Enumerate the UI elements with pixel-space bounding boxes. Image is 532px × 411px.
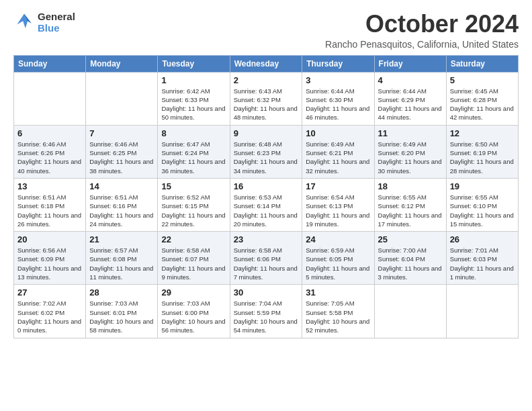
day-info: Sunrise: 6:46 AM Sunset: 6:25 PM Dayligh… — [89, 140, 154, 175]
table-row: 31Sunrise: 7:05 AM Sunset: 5:58 PM Dayli… — [302, 285, 374, 338]
day-info: Sunrise: 6:53 AM Sunset: 6:14 PM Dayligh… — [234, 193, 299, 228]
header: General Blue October 2024 Rancho Penasqu… — [13, 11, 519, 50]
day-info: Sunrise: 6:50 AM Sunset: 6:19 PM Dayligh… — [450, 140, 515, 175]
table-row: 27Sunrise: 7:02 AM Sunset: 6:02 PM Dayli… — [14, 285, 86, 338]
table-row: 6Sunrise: 6:46 AM Sunset: 6:26 PM Daylig… — [14, 125, 86, 178]
day-number: 21 — [89, 234, 154, 244]
day-number: 5 — [450, 75, 515, 85]
day-info: Sunrise: 6:59 AM Sunset: 6:05 PM Dayligh… — [306, 246, 370, 281]
col-saturday: Saturday — [446, 55, 518, 72]
day-number: 11 — [378, 128, 443, 138]
title-block: October 2024 Rancho Penasquitos, Califor… — [325, 11, 519, 50]
day-info: Sunrise: 6:56 AM Sunset: 6:09 PM Dayligh… — [17, 246, 82, 281]
calendar-week-3: 13Sunrise: 6:51 AM Sunset: 6:18 PM Dayli… — [14, 178, 519, 231]
col-monday: Monday — [86, 55, 158, 72]
table-row: 13Sunrise: 6:51 AM Sunset: 6:18 PM Dayli… — [14, 178, 86, 231]
day-info: Sunrise: 7:03 AM Sunset: 6:01 PM Dayligh… — [89, 299, 154, 334]
month-title: October 2024 — [325, 11, 519, 38]
day-number: 18 — [378, 181, 443, 191]
day-number: 22 — [161, 234, 226, 244]
col-friday: Friday — [374, 55, 446, 72]
table-row: 11Sunrise: 6:49 AM Sunset: 6:20 PM Dayli… — [374, 125, 446, 178]
table-row: 16Sunrise: 6:53 AM Sunset: 6:14 PM Dayli… — [230, 178, 302, 231]
table-row: 4Sunrise: 6:44 AM Sunset: 6:29 PM Daylig… — [374, 72, 446, 125]
table-row: 26Sunrise: 7:01 AM Sunset: 6:03 PM Dayli… — [446, 232, 518, 285]
day-number: 3 — [306, 75, 370, 85]
day-info: Sunrise: 7:01 AM Sunset: 6:03 PM Dayligh… — [450, 246, 515, 281]
day-info: Sunrise: 7:00 AM Sunset: 6:04 PM Dayligh… — [378, 246, 443, 281]
day-info: Sunrise: 7:05 AM Sunset: 5:58 PM Dayligh… — [306, 299, 370, 334]
day-info: Sunrise: 6:57 AM Sunset: 6:08 PM Dayligh… — [89, 246, 154, 281]
logo: General Blue — [13, 11, 75, 34]
table-row: 17Sunrise: 6:54 AM Sunset: 6:13 PM Dayli… — [302, 178, 374, 231]
day-info: Sunrise: 6:48 AM Sunset: 6:23 PM Dayligh… — [234, 140, 299, 175]
day-number: 19 — [450, 181, 515, 191]
day-info: Sunrise: 6:46 AM Sunset: 6:26 PM Dayligh… — [17, 140, 82, 175]
day-info: Sunrise: 6:44 AM Sunset: 6:30 PM Dayligh… — [306, 87, 370, 122]
day-info: Sunrise: 6:52 AM Sunset: 6:15 PM Dayligh… — [161, 193, 226, 228]
day-number: 14 — [89, 181, 154, 191]
day-number: 10 — [306, 128, 370, 138]
day-info: Sunrise: 6:55 AM Sunset: 6:12 PM Dayligh… — [378, 193, 443, 228]
calendar-week-1: 1Sunrise: 6:42 AM Sunset: 6:33 PM Daylig… — [14, 72, 519, 125]
table-row: 29Sunrise: 7:03 AM Sunset: 6:00 PM Dayli… — [158, 285, 230, 338]
day-number: 6 — [17, 128, 82, 138]
logo-icon — [13, 11, 35, 33]
day-info: Sunrise: 6:47 AM Sunset: 6:24 PM Dayligh… — [161, 140, 226, 175]
calendar-week-2: 6Sunrise: 6:46 AM Sunset: 6:26 PM Daylig… — [14, 125, 519, 178]
day-number: 9 — [234, 128, 299, 138]
calendar: Sunday Monday Tuesday Wednesday Thursday… — [13, 55, 519, 338]
day-number: 20 — [17, 234, 82, 244]
day-number: 12 — [450, 128, 515, 138]
table-row: 9Sunrise: 6:48 AM Sunset: 6:23 PM Daylig… — [230, 125, 302, 178]
day-number: 1 — [161, 75, 226, 85]
table-row: 21Sunrise: 6:57 AM Sunset: 6:08 PM Dayli… — [86, 232, 158, 285]
day-number: 8 — [161, 128, 226, 138]
table-row — [86, 72, 158, 125]
table-row — [446, 285, 518, 338]
day-info: Sunrise: 6:43 AM Sunset: 6:32 PM Dayligh… — [234, 87, 299, 122]
day-info: Sunrise: 7:02 AM Sunset: 6:02 PM Dayligh… — [17, 299, 82, 334]
table-row: 30Sunrise: 7:04 AM Sunset: 5:59 PM Dayli… — [230, 285, 302, 338]
table-row: 2Sunrise: 6:43 AM Sunset: 6:32 PM Daylig… — [230, 72, 302, 125]
calendar-week-5: 27Sunrise: 7:02 AM Sunset: 6:02 PM Dayli… — [14, 285, 519, 338]
day-number: 15 — [161, 181, 226, 191]
day-info: Sunrise: 6:49 AM Sunset: 6:20 PM Dayligh… — [378, 140, 443, 175]
day-number: 16 — [234, 181, 299, 191]
day-info: Sunrise: 6:45 AM Sunset: 6:28 PM Dayligh… — [450, 87, 515, 122]
table-row: 23Sunrise: 6:58 AM Sunset: 6:06 PM Dayli… — [230, 232, 302, 285]
table-row: 14Sunrise: 6:51 AM Sunset: 6:16 PM Dayli… — [86, 178, 158, 231]
day-number: 25 — [378, 234, 443, 244]
day-number: 13 — [17, 181, 82, 191]
day-info: Sunrise: 6:54 AM Sunset: 6:13 PM Dayligh… — [306, 193, 370, 228]
day-info: Sunrise: 7:03 AM Sunset: 6:00 PM Dayligh… — [161, 299, 226, 334]
table-row: 20Sunrise: 6:56 AM Sunset: 6:09 PM Dayli… — [14, 232, 86, 285]
day-number: 30 — [234, 287, 299, 298]
table-row — [374, 285, 446, 338]
table-row: 1Sunrise: 6:42 AM Sunset: 6:33 PM Daylig… — [158, 72, 230, 125]
table-row: 5Sunrise: 6:45 AM Sunset: 6:28 PM Daylig… — [446, 72, 518, 125]
day-number: 29 — [161, 287, 226, 298]
calendar-week-4: 20Sunrise: 6:56 AM Sunset: 6:09 PM Dayli… — [14, 232, 519, 285]
day-number: 4 — [378, 75, 443, 85]
table-row: 18Sunrise: 6:55 AM Sunset: 6:12 PM Dayli… — [374, 178, 446, 231]
day-info: Sunrise: 7:04 AM Sunset: 5:59 PM Dayligh… — [234, 299, 299, 334]
day-number: 28 — [89, 287, 154, 298]
day-info: Sunrise: 6:51 AM Sunset: 6:16 PM Dayligh… — [89, 193, 154, 228]
day-number: 31 — [306, 287, 370, 298]
day-number: 17 — [306, 181, 370, 191]
day-info: Sunrise: 6:44 AM Sunset: 6:29 PM Dayligh… — [378, 87, 443, 122]
table-row: 28Sunrise: 7:03 AM Sunset: 6:01 PM Dayli… — [86, 285, 158, 338]
table-row: 24Sunrise: 6:59 AM Sunset: 6:05 PM Dayli… — [302, 232, 374, 285]
day-number: 2 — [234, 75, 299, 85]
table-row — [14, 72, 86, 125]
table-row: 15Sunrise: 6:52 AM Sunset: 6:15 PM Dayli… — [158, 178, 230, 231]
day-number: 23 — [234, 234, 299, 244]
col-tuesday: Tuesday — [158, 55, 230, 72]
table-row: 22Sunrise: 6:58 AM Sunset: 6:07 PM Dayli… — [158, 232, 230, 285]
day-number: 26 — [450, 234, 515, 244]
day-info: Sunrise: 6:55 AM Sunset: 6:10 PM Dayligh… — [450, 193, 515, 228]
table-row: 12Sunrise: 6:50 AM Sunset: 6:19 PM Dayli… — [446, 125, 518, 178]
table-row: 19Sunrise: 6:55 AM Sunset: 6:10 PM Dayli… — [446, 178, 518, 231]
subtitle: Rancho Penasquitos, California, United S… — [325, 39, 519, 50]
